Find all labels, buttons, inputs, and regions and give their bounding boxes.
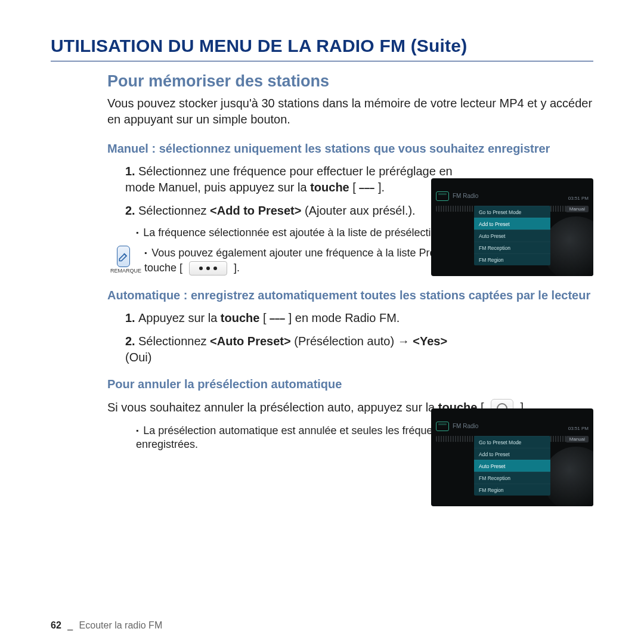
manual-step-2: 2.Sélectionnez <Add to Preset> (Ajouter …: [125, 203, 465, 219]
manual-bullet-1: La fréquence sélectionnée est ajoutée à …: [136, 226, 476, 240]
dots-button-icon: [189, 261, 227, 275]
radio-icon: [436, 191, 449, 201]
manual-page: UTILISATION DU MENU DE LA RADIO FM (Suit…: [0, 0, 644, 644]
manual-subheading: Manuel : sélectionnez uniquement les sta…: [107, 141, 593, 156]
clock-text: 03:51 PM: [568, 196, 589, 201]
title-rule: [51, 61, 593, 61]
menu-item-selected: Add to Preset: [474, 218, 550, 230]
mode-badge: Manual: [566, 206, 589, 212]
menu-item: Go to Preset Mode: [474, 206, 550, 218]
section-heading: Pour mémoriser des stations: [107, 72, 593, 91]
device-menu: Go to Preset Mode Add to Preset Auto Pre…: [474, 206, 550, 265]
device-screenshot-2: FM Radio 03:51 PM Manual Go to Preset Mo…: [431, 408, 593, 506]
tuning-dial: [543, 447, 593, 506]
page-footer: 62 _ Ecouter la radio FM: [51, 620, 162, 631]
radio-icon: [436, 422, 449, 431]
tuning-dial: [543, 216, 593, 276]
remark-label: REMARQUE: [110, 268, 141, 274]
clock-text: 03:51 PM: [568, 426, 589, 431]
device-screenshot-1: FM Radio 03:51 PM Manual Go to Preset Mo…: [431, 178, 593, 276]
menu-item: Auto Preset: [474, 230, 550, 242]
device-title: FM Radio: [453, 193, 478, 199]
auto-steps: 1.Appuyez sur la touche [ ] en mode Radi…: [107, 310, 465, 366]
note-icon: [117, 246, 130, 267]
menu-item: Go to Preset Mode: [474, 436, 550, 448]
menu-item: Add to Preset: [474, 448, 550, 460]
mode-badge: Manual: [566, 436, 589, 442]
auto-step-2: 2.Sélectionnez <Auto Preset> (Présélecti…: [125, 333, 465, 366]
page-number: 62: [51, 620, 61, 630]
menu-item: FM Reception: [474, 472, 550, 484]
menu-item-selected: Auto Preset: [474, 460, 550, 472]
manual-step-1: 1.Sélectionnez une fréquence pour effect…: [125, 163, 465, 196]
auto-step-1: 1.Appuyez sur la touche [ ] en mode Radi…: [125, 310, 465, 326]
menu-icon: [270, 313, 285, 325]
auto-subheading: Automatique : enregistrez automatiquemen…: [107, 287, 593, 303]
menu-item: FM Region: [474, 253, 550, 265]
device-menu: Go to Preset Mode Add to Preset Auto Pre…: [474, 436, 550, 496]
manual-bullets: La fréquence sélectionnée est ajoutée à …: [107, 226, 476, 240]
intro-text: Vous pouvez stocker jusqu'à 30 stations …: [107, 95, 593, 128]
page-title: UTILISATION DU MENU DE LA RADIO FM (Suit…: [51, 36, 593, 56]
menu-item: FM Region: [474, 484, 550, 496]
chapter-name: Ecouter la radio FM: [79, 620, 163, 630]
menu-icon: [359, 182, 374, 194]
footer-separator: _: [67, 620, 73, 630]
device-title: FM Radio: [453, 423, 478, 429]
manual-steps: 1.Sélectionnez une fréquence pour effect…: [107, 163, 465, 219]
cancel-subheading: Pour annuler la présélection automatique: [107, 376, 593, 392]
menu-item: FM Reception: [474, 242, 550, 253]
